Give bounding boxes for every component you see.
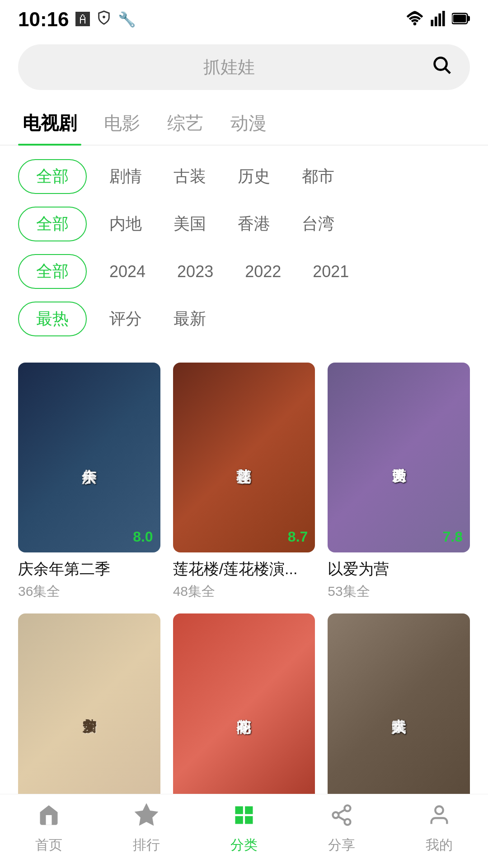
svg-point-9: [435, 58, 447, 70]
card-placeholder-2: 莲花楼: [173, 363, 315, 552]
svg-point-17: [435, 807, 443, 814]
nav-mine-label: 我的: [426, 836, 453, 854]
card-placeholder-6: 大秦赋: [328, 613, 470, 803]
filter-tag-latest[interactable]: 最新: [164, 302, 215, 335]
wifi-icon: [406, 11, 424, 28]
battery-icon: [452, 11, 470, 28]
card-subtitle-1: 36集全: [18, 582, 160, 601]
tab-tv[interactable]: 电视剧: [18, 104, 81, 145]
content-section: 庆余年 8.0 庆余年第二季 36集全 莲花楼 8.7 莲花楼/莲花楼演... …: [0, 349, 488, 851]
card-title-2: 莲花楼/莲花楼演...: [173, 559, 315, 580]
card-image-5: 花间令: [173, 613, 315, 803]
filter-chip-sort[interactable]: 最热: [18, 302, 87, 336]
svg-point-1: [413, 22, 417, 25]
filter-tag-hk[interactable]: 香港: [229, 208, 279, 241]
bottom-nav: 首页 排行 分类 分享: [0, 794, 488, 868]
card-placeholder-4: 宁安如梦: [18, 613, 160, 803]
svg-rect-7: [467, 16, 470, 21]
tab-movie[interactable]: 电影: [99, 104, 145, 145]
status-left: 10:16 🅰 🔧: [18, 8, 136, 31]
nav-mine[interactable]: 我的: [408, 803, 471, 854]
content-card-3[interactable]: 以爱为营 7.8 以爱为营 53集全: [328, 363, 470, 601]
content-card-2[interactable]: 莲花楼 8.7 莲花楼/莲花楼演... 48集全: [173, 363, 315, 601]
nav-share[interactable]: 分享: [310, 803, 373, 854]
card-rating-3: 7.8: [443, 528, 463, 545]
category-icon: [232, 803, 256, 832]
filter-chip-genre[interactable]: 全部: [18, 159, 87, 194]
svg-rect-2: [431, 20, 433, 26]
nav-rank-label: 排行: [133, 836, 160, 854]
filter-chip-region[interactable]: 全部: [18, 207, 87, 241]
signal-icon: [430, 11, 446, 28]
status-icon-wrench: 🔧: [118, 11, 136, 28]
tab-anime[interactable]: 动漫: [226, 104, 271, 145]
filter-tag-mainland[interactable]: 内地: [100, 208, 151, 241]
card-image-6: 大秦赋: [328, 613, 470, 803]
tab-variety[interactable]: 综艺: [163, 104, 208, 145]
content-grid: 庆余年 8.0 庆余年第二季 36集全 莲花楼 8.7 莲花楼/莲花楼演... …: [18, 363, 470, 851]
card-rating-1: 8.0: [133, 528, 153, 545]
content-card-1[interactable]: 庆余年 8.0 庆余年第二季 36集全: [18, 363, 160, 601]
filter-tag-2021[interactable]: 2021: [304, 257, 358, 287]
svg-point-13: [333, 812, 339, 818]
filter-tag-tw[interactable]: 台湾: [293, 208, 343, 241]
filter-tag-us[interactable]: 美国: [164, 208, 215, 241]
status-icon-a: 🅰: [75, 11, 90, 28]
filter-row-year: 全部 2024 2023 2022 2021: [18, 254, 470, 289]
search-placeholder: 抓娃娃: [36, 56, 422, 79]
search-container: 抓娃娃: [0, 35, 488, 94]
card-placeholder-3: 以爱为营: [328, 363, 470, 552]
svg-point-12: [345, 805, 351, 811]
search-icon[interactable]: [431, 54, 452, 80]
nav-category[interactable]: 分类: [212, 803, 276, 854]
card-image-2: 莲花楼 8.7: [173, 363, 315, 552]
card-image-1: 庆余年 8.0: [18, 363, 160, 552]
status-bar: 10:16 🅰 🔧: [0, 0, 488, 35]
svg-line-16: [338, 810, 345, 814]
nav-home[interactable]: 首页: [17, 803, 80, 854]
card-image-4: 宁安如梦: [18, 613, 160, 803]
card-subtitle-2: 48集全: [173, 582, 315, 601]
svg-rect-5: [442, 11, 445, 26]
filter-tag-drama[interactable]: 剧情: [100, 160, 151, 193]
svg-line-10: [446, 69, 450, 74]
svg-line-15: [338, 816, 345, 821]
nav-rank[interactable]: 排行: [115, 803, 178, 854]
filter-tag-rating[interactable]: 评分: [100, 302, 151, 335]
filter-chip-year[interactable]: 全部: [18, 254, 87, 289]
nav-home-label: 首页: [35, 836, 62, 854]
status-right: [406, 11, 470, 28]
filter-row-region: 全部 内地 美国 香港 台湾: [18, 207, 470, 241]
svg-rect-3: [435, 17, 437, 26]
filter-row-sort: 最热 评分 最新: [18, 302, 470, 336]
filter-section: 全部 剧情 古装 历史 都市 全部 内地 美国 香港 台湾 全部 2024 20…: [0, 146, 488, 336]
filter-tag-2024[interactable]: 2024: [100, 257, 155, 287]
filter-tag-history[interactable]: 历史: [229, 160, 279, 193]
svg-point-0: [103, 16, 105, 19]
status-time: 10:16: [18, 8, 69, 31]
share-icon: [330, 803, 353, 832]
search-bar[interactable]: 抓娃娃: [18, 44, 470, 90]
card-subtitle-3: 53集全: [328, 582, 470, 601]
user-icon: [427, 803, 451, 832]
filter-tag-costume[interactable]: 古装: [164, 160, 215, 193]
svg-marker-11: [136, 805, 156, 824]
card-placeholder-1: 庆余年: [18, 363, 160, 552]
card-rating-2: 8.7: [288, 528, 308, 545]
nav-category-label: 分类: [230, 836, 258, 854]
card-title-3: 以爱为营: [328, 559, 470, 580]
svg-rect-4: [438, 14, 441, 26]
nav-share-label: 分享: [328, 836, 355, 854]
filter-tag-2022[interactable]: 2022: [236, 257, 290, 287]
home-icon: [37, 803, 61, 832]
filter-tag-2023[interactable]: 2023: [168, 257, 222, 287]
svg-rect-8: [453, 14, 466, 22]
filter-row-genre: 全部 剧情 古装 历史 都市: [18, 159, 470, 194]
card-title-1: 庆余年第二季: [18, 559, 160, 580]
main-tabs: 电视剧 电影 综艺 动漫: [0, 94, 488, 146]
card-image-3: 以爱为营 7.8: [328, 363, 470, 552]
svg-point-14: [345, 819, 351, 825]
rank-icon: [135, 803, 158, 832]
status-icon-shield: [96, 10, 112, 29]
filter-tag-city[interactable]: 都市: [293, 160, 343, 193]
